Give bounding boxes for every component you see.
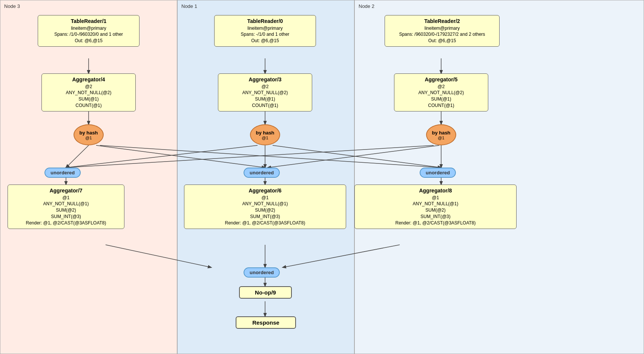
region-node3: Node 3 bbox=[0, 0, 177, 354]
response-box: Response bbox=[236, 316, 296, 329]
agg6-line4: Render: @1, @2/CAST(@3ASFLOAT8) bbox=[187, 220, 343, 226]
agg4-line0: @2 bbox=[45, 84, 132, 90]
diagram: Node 3 Node 1 Node 2 bbox=[0, 0, 644, 354]
aggregator-8: Aggregator/8 @1 ANY_NOT_NULL(@1) SUM(@2)… bbox=[354, 185, 517, 229]
agg6-line1: ANY_NOT_NULL(@1) bbox=[187, 201, 343, 207]
agg4-line3: COUNT(@1) bbox=[45, 102, 132, 109]
tr2-line3: Out: @6,@15 bbox=[388, 38, 496, 44]
tr2-line1: lineitem@primary bbox=[388, 25, 496, 32]
table-reader-0: TableReader/0 lineitem@primary Spans: -/… bbox=[214, 15, 316, 47]
table-reader-2: TableReader/2 lineitem@primary Spans: /9… bbox=[385, 15, 500, 47]
node1-label: Node 1 bbox=[181, 3, 197, 9]
node3-label: Node 3 bbox=[4, 3, 20, 9]
unordered-bottom: unordered bbox=[244, 267, 280, 278]
agg7-title: Aggregator/7 bbox=[11, 187, 121, 195]
aggregator-3: Aggregator/3 @2 ANY_NOT_NULL(@2) SUM(@1)… bbox=[218, 73, 312, 111]
tr1-line1: lineitem@primary bbox=[41, 25, 136, 32]
agg5-line1: ANY_NOT_NULL(@2) bbox=[397, 90, 485, 96]
tr2-line2: Spans: /960320/0-/1792327/2 and 2 others bbox=[388, 31, 496, 38]
noop-box: No-op/9 bbox=[239, 286, 292, 299]
tr0-title: TableReader/0 bbox=[218, 18, 313, 25]
agg8-line4: Render: @1, @2/CAST(@3ASFLOAT8) bbox=[358, 220, 513, 226]
agg7-line0: @1 bbox=[11, 195, 121, 201]
agg8-title: Aggregator/8 bbox=[358, 187, 513, 195]
agg8-line3: SUM_INT(@3) bbox=[358, 214, 513, 220]
agg7-line3: SUM_INT(@3) bbox=[11, 214, 121, 220]
agg5-line2: SUM(@1) bbox=[397, 96, 485, 102]
unordered-right: unordered bbox=[420, 168, 456, 178]
agg3-line1: ANY_NOT_NULL(@2) bbox=[221, 90, 309, 96]
agg6-line2: SUM(@2) bbox=[187, 207, 343, 214]
aggregator-6: Aggregator/6 @1 ANY_NOT_NULL(@1) SUM(@2)… bbox=[184, 185, 346, 229]
agg5-title: Aggregator/5 bbox=[397, 76, 485, 84]
tr0-line1: lineitem@primary bbox=[218, 25, 313, 32]
agg6-line3: SUM_INT(@3) bbox=[187, 214, 343, 220]
agg7-line4: Render: @1, @2/CAST(@3ASFLOAT8) bbox=[11, 220, 121, 226]
agg7-line1: ANY_NOT_NULL(@1) bbox=[11, 201, 121, 207]
agg3-title: Aggregator/3 bbox=[221, 76, 309, 84]
agg4-line2: SUM(@1) bbox=[45, 96, 132, 102]
by-hash-5: by hash @1 bbox=[426, 124, 456, 145]
tr1-line2: Spans: /1/0-/960320/0 and 1 other bbox=[41, 31, 136, 38]
agg8-line1: ANY_NOT_NULL(@1) bbox=[358, 201, 513, 207]
by-hash-4: by hash @1 bbox=[74, 124, 104, 145]
unordered-center-top: unordered bbox=[244, 168, 280, 178]
tr0-line3: Out: @6,@15 bbox=[218, 38, 313, 44]
agg3-line0: @2 bbox=[221, 84, 309, 90]
node2-label: Node 2 bbox=[359, 3, 374, 9]
table-reader-1: TableReader/1 lineitem@primary Spans: /1… bbox=[38, 15, 140, 47]
aggregator-4: Aggregator/4 @2 ANY_NOT_NULL(@2) SUM(@1)… bbox=[41, 73, 136, 111]
tr0-line2: Spans: -/1/0 and 1 other bbox=[218, 31, 313, 38]
agg5-line0: @2 bbox=[397, 84, 485, 90]
agg7-line2: SUM(@2) bbox=[11, 207, 121, 214]
agg6-line0: @1 bbox=[187, 195, 343, 201]
region-node2: Node 2 bbox=[354, 0, 644, 354]
agg8-line0: @1 bbox=[358, 195, 513, 201]
agg3-line3: COUNT(@1) bbox=[221, 102, 309, 109]
agg8-line2: SUM(@2) bbox=[358, 207, 513, 214]
aggregator-7: Aggregator/7 @1 ANY_NOT_NULL(@1) SUM(@2)… bbox=[8, 185, 124, 229]
agg6-title: Aggregator/6 bbox=[187, 187, 343, 195]
agg4-line1: ANY_NOT_NULL(@2) bbox=[45, 90, 132, 96]
agg4-title: Aggregator/4 bbox=[45, 76, 132, 84]
aggregator-5: Aggregator/5 @2 ANY_NOT_NULL(@2) SUM(@1)… bbox=[394, 73, 488, 111]
by-hash-3: by hash @1 bbox=[250, 124, 280, 145]
unordered-left: unordered bbox=[44, 168, 81, 178]
tr1-title: TableReader/1 bbox=[41, 18, 136, 25]
agg5-line3: COUNT(@1) bbox=[397, 102, 485, 109]
agg3-line2: SUM(@1) bbox=[221, 96, 309, 102]
tr2-title: TableReader/2 bbox=[388, 18, 496, 25]
tr1-line3: Out: @6,@15 bbox=[41, 38, 136, 44]
